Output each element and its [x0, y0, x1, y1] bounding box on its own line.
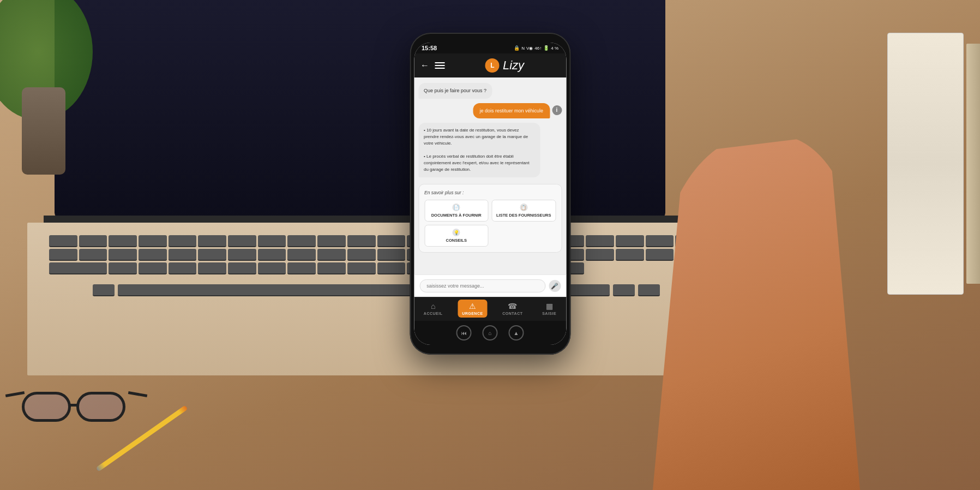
- option-fournisseurs-button[interactable]: 📋 LISTE DES FOURNISSEURS: [492, 200, 556, 222]
- key[interactable]: [616, 235, 644, 247]
- plant-area: [0, 0, 120, 175]
- nav-urgence[interactable]: ⚠ URGENCE: [458, 300, 488, 318]
- glasses: [22, 381, 142, 435]
- info-icon[interactable]: i: [552, 105, 562, 115]
- key[interactable]: [287, 249, 316, 261]
- key[interactable]: [228, 249, 256, 261]
- signal-icon: V◉: [526, 46, 533, 51]
- key[interactable]: [377, 235, 406, 247]
- key[interactable]: [109, 262, 137, 274]
- key[interactable]: [169, 262, 197, 274]
- key[interactable]: [49, 235, 77, 247]
- home-control-button[interactable]: ⌂: [483, 325, 498, 340]
- hamburger-line-2: [435, 65, 444, 66]
- documents-icon: 📄: [453, 204, 460, 211]
- key[interactable]: [198, 235, 226, 247]
- key[interactable]: [228, 262, 256, 274]
- key[interactable]: [646, 235, 674, 247]
- status-icons: 🔒 N V◉ 46↑ 🔋 4 %: [514, 45, 558, 51]
- key[interactable]: [616, 249, 644, 261]
- key[interactable]: [646, 249, 674, 261]
- glasses-bridge: [69, 404, 79, 407]
- key[interactable]: [613, 284, 635, 296]
- key[interactable]: [317, 262, 346, 274]
- key[interactable]: [79, 249, 107, 261]
- options-title: En savoir plus sur :: [424, 190, 556, 195]
- status-time: 15:58: [422, 45, 437, 51]
- phone-screen: 15:58 🔒 N V◉ 46↑ 🔋 4 % ←: [414, 43, 566, 345]
- key[interactable]: [377, 249, 406, 261]
- key[interactable]: [347, 235, 376, 247]
- logo-icon: L: [485, 58, 500, 73]
- nav-accueil-label: ACCUEIL: [424, 312, 443, 315]
- user-message-wrapper: je dois restituer mon véhicule i: [418, 103, 562, 119]
- key[interactable]: [109, 235, 137, 247]
- nav-urgence-label: URGENCE: [462, 312, 483, 315]
- message-input[interactable]: [419, 279, 545, 292]
- chat-area[interactable]: Que puis je faire pour vous ? je dois re…: [414, 77, 566, 274]
- nav-accueil[interactable]: ⌂ ACCUEIL: [419, 300, 447, 318]
- key[interactable]: [287, 235, 316, 247]
- laptop-screen: [55, 0, 665, 218]
- key[interactable]: [93, 284, 115, 296]
- hamburger-line-1: [435, 62, 444, 63]
- option3-label: CONSEILS: [446, 238, 467, 243]
- key[interactable]: [198, 262, 226, 274]
- up-control-button[interactable]: ▲: [509, 325, 524, 340]
- urgence-icon: ⚠: [469, 302, 476, 310]
- key[interactable]: [586, 235, 614, 247]
- book-side: [966, 44, 980, 284]
- phone-bottom-controls: ⏮ ⌂ ▲: [414, 321, 566, 345]
- key[interactable]: [169, 235, 197, 247]
- key[interactable]: [258, 262, 286, 274]
- key[interactable]: [317, 235, 346, 247]
- key[interactable]: [258, 235, 286, 247]
- key[interactable]: [49, 262, 107, 274]
- battery-percent: 4 %: [551, 46, 558, 51]
- key[interactable]: [258, 249, 286, 261]
- key[interactable]: [79, 235, 107, 247]
- app-title: Lizy: [503, 58, 524, 73]
- hamburger-line-3: [435, 68, 444, 69]
- nav-contact[interactable]: ☎ CONTACT: [498, 300, 527, 318]
- bot-response-text: • 10 jours avant la date de restitution,…: [424, 127, 535, 173]
- key[interactable]: [586, 249, 614, 261]
- option-documents-button[interactable]: 📄 DOCUMENTS À FOURNIR: [424, 200, 489, 222]
- key[interactable]: [139, 235, 167, 247]
- key[interactable]: [287, 262, 316, 274]
- key[interactable]: [139, 249, 167, 261]
- hamburger-menu[interactable]: [435, 62, 444, 69]
- mic-button[interactable]: 🎤: [549, 280, 561, 292]
- bot-greeting-bubble: Que puis je faire pour vous ?: [418, 83, 492, 99]
- user-message-bubble: je dois restituer mon véhicule: [473, 103, 550, 119]
- key[interactable]: [347, 262, 376, 274]
- key[interactable]: [377, 262, 406, 274]
- bot-greeting-text: Que puis je faire pour vous ?: [424, 88, 486, 93]
- bot-response-bubble: • 10 jours avant la date de restitution,…: [418, 123, 540, 177]
- phone-body: 15:58 🔒 N V◉ 46↑ 🔋 4 % ←: [410, 33, 570, 355]
- contact-icon: ☎: [508, 302, 517, 310]
- conseils-icon: 💡: [453, 229, 460, 236]
- nav-saisie[interactable]: ▦ SAISIE: [538, 300, 561, 318]
- key[interactable]: [317, 249, 346, 261]
- user-message-text: je dois restituer mon véhicule: [479, 108, 543, 113]
- back-control-button[interactable]: ⏮: [456, 325, 472, 340]
- option2-label: LISTE DES FOURNISSEURS: [496, 213, 551, 218]
- back-button[interactable]: ←: [420, 61, 429, 70]
- plant-pot: [22, 87, 65, 175]
- key[interactable]: [139, 262, 167, 274]
- key[interactable]: [228, 235, 256, 247]
- key[interactable]: [347, 249, 376, 261]
- app-header: ← L Lizy: [414, 53, 566, 77]
- key[interactable]: [198, 249, 226, 261]
- bottom-nav: ⌂ ACCUEIL ⚠ URGENCE ☎ CONTACT ▦ SAISIE: [414, 297, 566, 321]
- nav-contact-label: CONTACT: [502, 312, 522, 315]
- key[interactable]: [49, 249, 77, 261]
- key[interactable]: [169, 249, 197, 261]
- key[interactable]: [638, 284, 660, 296]
- key[interactable]: [109, 249, 137, 261]
- option-conseils-button[interactable]: 💡 CONSEILS: [424, 225, 489, 247]
- home-icon: ⌂: [431, 302, 435, 310]
- saisie-icon: ▦: [546, 302, 553, 310]
- battery-icon: 🔋: [543, 45, 549, 51]
